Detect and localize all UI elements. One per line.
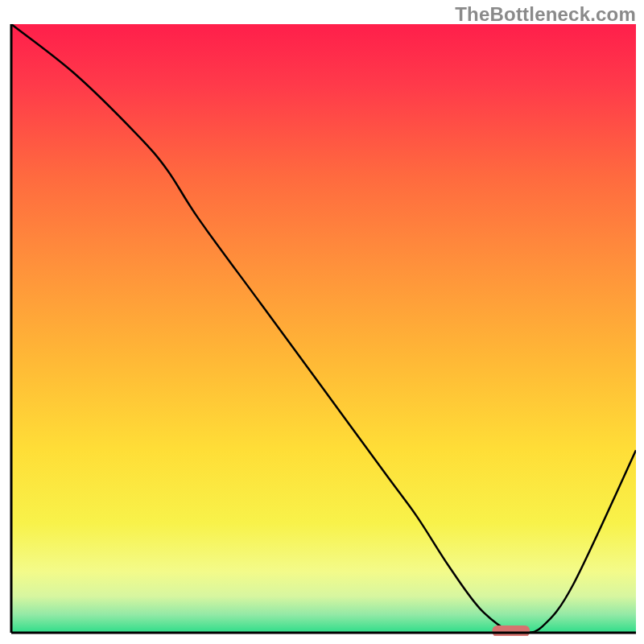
bottleneck-chart xyxy=(8,24,636,636)
watermark-text: TheBottleneck.com xyxy=(455,3,636,26)
chart-container: TheBottleneck.com xyxy=(0,0,644,644)
optimum-marker xyxy=(493,625,530,636)
plot-background xyxy=(11,24,636,633)
